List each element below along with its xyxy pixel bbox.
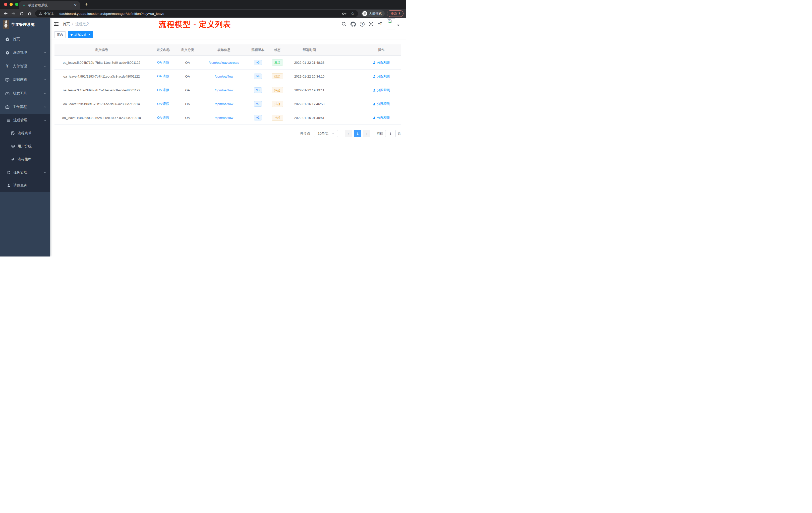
page-unit-label: 页 bbox=[398, 131, 401, 136]
form-link[interactable]: /bpm/oa/flow bbox=[215, 88, 233, 92]
cell-id: oa_leave:3:1fad3d93-7b75-11ec-a3c8-acde4… bbox=[55, 83, 149, 97]
fullscreen-icon[interactable] bbox=[368, 21, 374, 27]
chevron-up-icon bbox=[44, 119, 47, 122]
assign-rule-link[interactable]: 分配规则 bbox=[373, 74, 390, 79]
sidebar-item-leave-query[interactable]: 请假查询 bbox=[0, 179, 50, 192]
chevron-down-icon bbox=[44, 171, 47, 174]
font-size-icon[interactable]: TT bbox=[377, 21, 383, 27]
sidebar-item-payment[interactable]: ¥ 支付管理 bbox=[0, 59, 50, 73]
navbar-actions: ? TT bbox=[341, 21, 383, 27]
sidebar-toggle-icon[interactable] bbox=[54, 22, 59, 27]
version-badge: v1 bbox=[254, 115, 262, 120]
url-text[interactable]: dashboard.yudao.iocoder.cn/bpm/manager/d… bbox=[59, 12, 339, 16]
gear-icon bbox=[5, 51, 9, 55]
sidebar-item-process-model[interactable]: 流程模型 bbox=[0, 153, 50, 166]
dashboard-icon bbox=[5, 37, 9, 41]
sidebar-item-dev-tools[interactable]: 研发工具 bbox=[0, 87, 50, 100]
definition-name-link[interactable]: OA 请假 bbox=[157, 116, 169, 120]
sidebar-workflow-submenu: 流程管理 流程表单 用户分组 bbox=[0, 114, 50, 192]
status-badge: 挂起 bbox=[272, 73, 283, 79]
col-header-actions: 操作 bbox=[362, 44, 400, 56]
form-link[interactable]: /bpm/oa/flow bbox=[215, 74, 233, 78]
table-row: oa_leave:2:3c1f0ef1-76b1-11ec-9c66-a2380… bbox=[55, 97, 401, 111]
sidebar: 芋道管理系统 首页 系统管理 ¥ 支付管理 bbox=[0, 18, 50, 256]
assign-rule-link[interactable]: 分配规则 bbox=[373, 116, 390, 120]
form-link[interactable]: /bpm/oa/flow bbox=[215, 102, 233, 106]
form-link[interactable]: /bpm/oa/leave/create bbox=[209, 61, 239, 64]
col-header-category: 定义分类 bbox=[177, 44, 198, 56]
cell-deploy-time: 2022-01-22 20:34:10 bbox=[289, 69, 329, 83]
tag-home[interactable]: 首页 bbox=[55, 31, 65, 38]
tab-close-icon[interactable]: ✕ bbox=[74, 3, 77, 7]
back-button[interactable] bbox=[2, 10, 8, 17]
chevron-down-icon bbox=[44, 51, 47, 54]
github-icon[interactable] bbox=[350, 21, 356, 27]
definition-name-link[interactable]: OA 请假 bbox=[157, 102, 169, 106]
definition-name-link[interactable]: OA 请假 bbox=[157, 88, 169, 92]
cell-category: OA bbox=[177, 69, 198, 83]
browser-menu-icon[interactable] bbox=[399, 12, 400, 15]
close-window-button[interactable] bbox=[4, 3, 7, 6]
assign-rule-link[interactable]: 分配规则 bbox=[373, 60, 390, 65]
yen-icon: ¥ bbox=[5, 64, 9, 68]
avatar-caret-icon[interactable] bbox=[397, 25, 400, 26]
breadcrumb-current: 流程定义 bbox=[75, 22, 89, 26]
sidebar-item-user-group[interactable]: 用户分组 bbox=[0, 140, 50, 153]
prev-page-button[interactable]: ‹ bbox=[345, 130, 352, 137]
update-label[interactable]: 更新 bbox=[391, 11, 397, 16]
cell-category: OA bbox=[177, 83, 198, 97]
browser-tab[interactable]: 芋道管理系统 ✕ bbox=[19, 1, 80, 9]
assign-rule-link[interactable]: 分配规则 bbox=[373, 88, 390, 92]
active-dot bbox=[70, 34, 72, 36]
reload-button[interactable] bbox=[19, 10, 25, 17]
minimize-window-button[interactable] bbox=[9, 3, 13, 6]
next-page-button[interactable]: › bbox=[363, 130, 370, 137]
zoom-window-button[interactable] bbox=[15, 3, 18, 6]
breadcrumb-home[interactable]: 首页 bbox=[63, 22, 70, 26]
goto-page-input[interactable]: 1 bbox=[385, 130, 396, 137]
pagination-total: 共 5 条 bbox=[300, 131, 310, 136]
avatar[interactable] bbox=[387, 18, 395, 30]
sidebar-item-workflow[interactable]: 工作流程 bbox=[0, 100, 50, 114]
definition-name-link[interactable]: OA 请假 bbox=[157, 74, 169, 79]
sidebar-item-home[interactable]: 首页 bbox=[0, 32, 50, 46]
chevron-down-icon bbox=[44, 78, 47, 81]
page-size-select[interactable]: 10条/页 bbox=[314, 130, 338, 137]
cell-deploy-time: 2022-01-16 01:40:51 bbox=[289, 111, 329, 124]
definition-name-link[interactable]: OA 请假 bbox=[157, 60, 169, 65]
sidebar-item-system[interactable]: 系统管理 bbox=[0, 46, 50, 59]
sidebar-item-process-form[interactable]: 流程表单 bbox=[0, 127, 50, 140]
home-button[interactable] bbox=[27, 10, 33, 17]
tag-close-icon[interactable]: × bbox=[89, 33, 90, 36]
forward-button[interactable] bbox=[10, 10, 17, 17]
url-bar[interactable]: 不安全 dashboard.yudao.iocoder.cn/bpm/manag… bbox=[35, 10, 358, 17]
security-label[interactable]: 不安全 bbox=[44, 11, 54, 16]
table-row: oa_leave:3:1fad3d93-7b75-11ec-a3c8-acde4… bbox=[55, 83, 401, 97]
sidebar-item-process-management[interactable]: 流程管理 bbox=[0, 114, 50, 127]
page-number-button[interactable]: 1 bbox=[354, 130, 361, 137]
bookmark-star-icon[interactable]: ☆ bbox=[351, 11, 354, 16]
incognito-label: 无痕模式 bbox=[369, 11, 382, 16]
sidebar-item-task-management[interactable]: 任务管理 bbox=[0, 166, 50, 179]
form-link[interactable]: /bpm/oa/flow bbox=[215, 116, 233, 120]
version-badge: v3 bbox=[254, 87, 262, 93]
sidebar-item-infrastructure[interactable]: 基础设施 bbox=[0, 73, 50, 87]
cell-deploy-time: 2022-01-16 17:46:53 bbox=[289, 97, 329, 111]
breadcrumb: 首页 / 流程定义 bbox=[63, 22, 89, 26]
svg-text:?: ? bbox=[361, 23, 363, 26]
definition-table: 定义编号 定义名称 定义分类 表单信息 流程版本 状态 部署时间 操作 oa_l… bbox=[55, 44, 401, 125]
help-icon[interactable]: ? bbox=[359, 21, 365, 27]
new-tab-button[interactable]: + bbox=[83, 1, 89, 7]
security-warning-icon[interactable] bbox=[39, 12, 42, 15]
user-icon bbox=[7, 183, 10, 187]
update-button[interactable]: 更新 bbox=[387, 10, 404, 17]
cell-deploy-time: 2022-01-22 19:19:11 bbox=[289, 83, 329, 97]
password-key-icon[interactable] bbox=[342, 11, 347, 16]
tag-process-definition[interactable]: 流程定义 × bbox=[68, 31, 93, 38]
cell-category: OA bbox=[177, 97, 198, 111]
col-header-name: 定义名称 bbox=[149, 44, 177, 56]
goto-label: 前往 bbox=[377, 131, 383, 136]
search-icon[interactable] bbox=[341, 21, 347, 27]
assign-rule-link[interactable]: 分配规则 bbox=[373, 102, 390, 106]
cell-id: oa_leave:1:482ec033-762a-11ec-8477-a2380… bbox=[55, 111, 149, 124]
